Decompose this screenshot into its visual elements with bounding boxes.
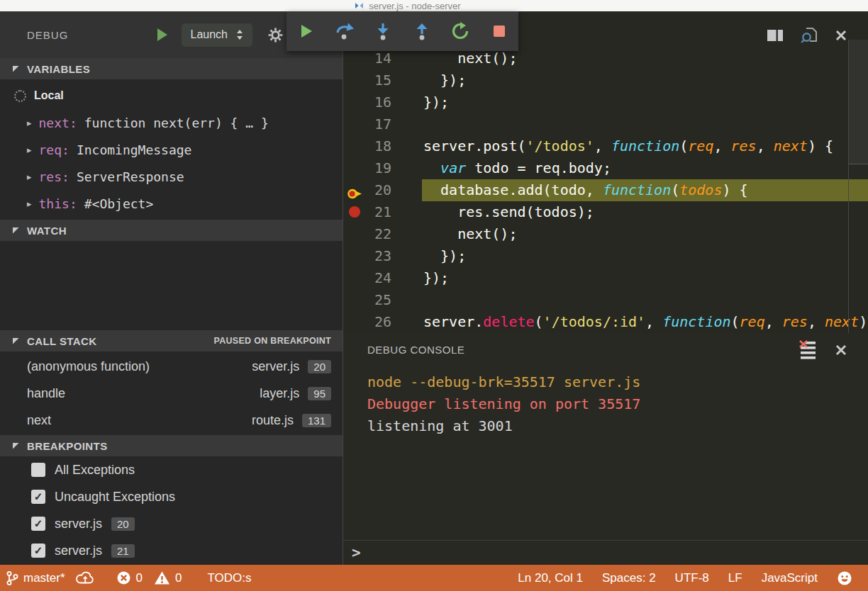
debug-toolbar: [286, 11, 518, 51]
breakpoint-label: Uncaught Exceptions: [55, 490, 175, 505]
code-line[interactable]: 17: [343, 113, 868, 135]
errors-icon: [116, 570, 131, 585]
indentation-item[interactable]: Spaces: 2: [602, 571, 656, 585]
cursor-position-item[interactable]: Ln 20, Col 1: [518, 571, 583, 585]
line-number: 22: [360, 223, 391, 245]
close-icon[interactable]: [834, 28, 848, 43]
variable-row[interactable]: ▸this:#<Object>: [0, 190, 343, 217]
variables-section-header[interactable]: VARIABLES: [0, 58, 343, 79]
breakpoint-icon[interactable]: [349, 206, 360, 218]
breakpoint-row[interactable]: Uncaught Exceptions: [0, 483, 343, 510]
line-number: 17: [360, 113, 391, 135]
call-stack-frame[interactable]: (anonymous function)server.js20: [0, 353, 343, 380]
sync-item[interactable]: [75, 570, 95, 586]
branch-name: master*: [23, 571, 65, 585]
frame-line-badge: 131: [302, 414, 331, 427]
step-into-icon[interactable]: [371, 19, 395, 43]
code-line[interactable]: 20 database.add(todo, function(todos) {: [343, 179, 868, 201]
window-title: server.js - node-server: [369, 1, 460, 11]
code-line[interactable]: 23 });: [343, 245, 868, 267]
breakpoint-row[interactable]: server.js21: [0, 537, 343, 564]
code-line[interactable]: 16});: [343, 91, 868, 113]
line-number: 15: [360, 69, 391, 91]
breakpoint-row[interactable]: All Exceptions: [0, 456, 343, 483]
code-line[interactable]: 18server.post('/todos', function(req, re…: [343, 135, 868, 157]
configure-gear-icon[interactable]: [267, 26, 284, 44]
open-preview-icon[interactable]: [800, 27, 818, 44]
git-branch-item[interactable]: master*: [6, 570, 65, 586]
console-output-line: node --debug-brk=35517 server.js: [367, 371, 861, 393]
frame-name: next: [27, 413, 252, 428]
code-line[interactable]: 22 next();: [343, 223, 868, 245]
breakpoint-checkbox[interactable]: [31, 490, 45, 504]
code-text: res.send(todos);: [423, 201, 594, 223]
start-debug-icon[interactable]: [157, 28, 167, 41]
variable-name: this:: [39, 196, 77, 211]
code-line[interactable]: 25: [343, 289, 868, 311]
step-out-icon[interactable]: [410, 19, 434, 43]
variable-name: next:: [39, 116, 77, 130]
step-over-icon[interactable]: [333, 19, 357, 43]
debug-console-input[interactable]: [368, 545, 868, 561]
code-line[interactable]: 15 });: [343, 69, 868, 91]
call-stack-frame[interactable]: handlelayer.js95: [0, 380, 343, 407]
watch-section-header[interactable]: WATCH: [0, 220, 343, 241]
smiley-icon: [837, 570, 852, 586]
code-line[interactable]: 19 var todo = req.body;: [343, 157, 868, 179]
vscode-app-icon: [355, 2, 364, 9]
language-mode-item[interactable]: JavaScript: [762, 571, 818, 585]
expand-twisty-icon[interactable]: ▸: [27, 118, 32, 128]
code-line[interactable]: 26server.delete('/todos/:id', function(r…: [343, 311, 868, 333]
clear-console-icon[interactable]: [799, 340, 817, 359]
expand-twisty-icon[interactable]: ▸: [27, 145, 32, 155]
continue-icon[interactable]: [294, 19, 318, 43]
warnings-item[interactable]: 0: [154, 570, 182, 585]
launch-config-select[interactable]: Launch: [182, 23, 253, 47]
code-line[interactable]: 21 res.send(todos);: [343, 201, 868, 223]
expand-twisty-icon[interactable]: ▸: [27, 171, 32, 182]
eol-item[interactable]: LF: [728, 571, 742, 585]
vertical-scrollbar[interactable]: [849, 40, 868, 164]
line-number: 21: [360, 201, 391, 223]
feedback-item[interactable]: [837, 570, 852, 586]
call-stack-section-header[interactable]: CALL STACK PAUSED ON BREAKPOINT: [0, 330, 343, 351]
expand-twisty-icon[interactable]: ▸: [27, 198, 32, 209]
errors-item[interactable]: 0: [116, 570, 143, 585]
console-output: node --debug-brk=35517 server.jsDebugger…: [367, 371, 861, 437]
variable-value: #<Object>: [84, 196, 154, 211]
restart-icon[interactable]: [448, 19, 472, 43]
select-arrows-icon: [236, 29, 243, 40]
variable-row[interactable]: ▸req:IncomingMessage: [0, 136, 343, 163]
cursor-position: Ln 20, Col 1: [518, 571, 583, 585]
code-text: });: [423, 267, 449, 289]
debug-panel-title: DEBUG: [27, 29, 68, 41]
code-editor[interactable]: 14 next();15 });16});1718server.post('/t…: [343, 11, 868, 333]
eol: LF: [728, 571, 742, 585]
titlebar: server.js - node-server: [0, 0, 868, 11]
code-area[interactable]: 14 next();15 });16});1718server.post('/t…: [343, 47, 868, 333]
scope-row-local[interactable]: Local: [0, 82, 343, 109]
code-line[interactable]: 24});: [343, 267, 868, 289]
frame-line-badge: 20: [308, 360, 331, 373]
todo-item[interactable]: TODO:s: [208, 571, 252, 585]
console-input-row[interactable]: >: [343, 540, 868, 565]
variable-row[interactable]: ▸next:function next(err) { … }: [0, 109, 343, 136]
breakpoint-checkbox[interactable]: [31, 544, 45, 558]
scope-label: Local: [34, 89, 64, 102]
frame-file: layer.js: [260, 386, 299, 401]
variable-row[interactable]: ▸res:ServerResponse: [0, 163, 343, 190]
call-stack-section-title: CALL STACK: [27, 335, 96, 347]
split-editor-icon[interactable]: [766, 28, 784, 43]
stop-icon[interactable]: [487, 19, 511, 43]
breakpoints-section-header[interactable]: BREAKPOINTS: [0, 435, 343, 456]
breakpoint-checkbox[interactable]: [31, 463, 45, 477]
encoding-item[interactable]: UTF-8: [675, 571, 709, 585]
console-actions: [799, 340, 848, 359]
call-stack-frame[interactable]: nextroute.js131: [0, 407, 343, 434]
line-number: 26: [360, 311, 391, 333]
breakpoint-row[interactable]: server.js20: [0, 510, 343, 537]
close-icon[interactable]: [834, 343, 848, 357]
collapse-triangle-icon: [13, 443, 19, 449]
line-number: 18: [360, 135, 391, 157]
breakpoint-checkbox[interactable]: [31, 517, 45, 531]
